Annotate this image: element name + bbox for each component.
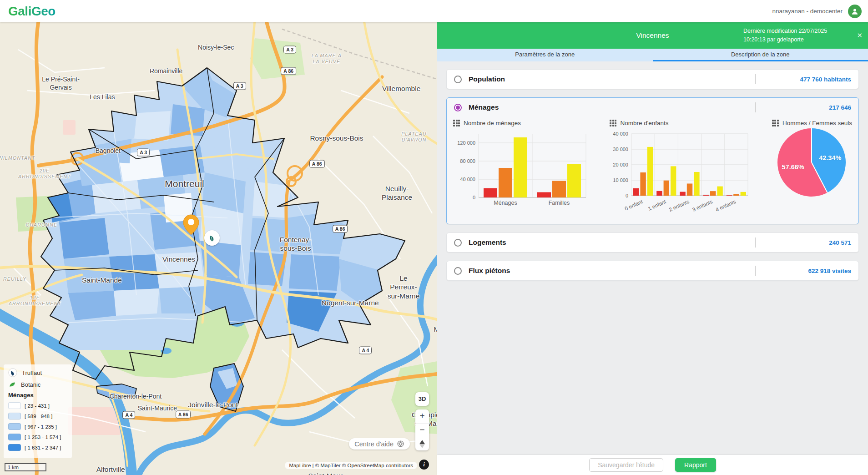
road-shield: A 3 [283,45,296,53]
road-shield: A 86 [281,67,296,75]
svg-text:0 enfant: 0 enfant [624,199,644,212]
svg-text:120 000: 120 000 [457,140,475,146]
svg-text:1 enfant: 1 enfant [647,199,667,212]
zone-panel: Vincennes Dernière modification 22/07/20… [437,22,868,475]
legend-swatch [8,444,21,451]
section-flux-pietons[interactable]: Flux piétons 622 918 visites [446,261,859,281]
legend-class-row: [ 967 - 1 235 ] [8,423,67,430]
legend-label: Truffaut [22,369,42,376]
chart-nombre-de-menages: Nombre de ménages 040 00080 000120 000Mé… [453,120,590,211]
road-shield: A 86 [309,160,325,168]
legend-item-botanic[interactable]: Botanic [8,380,67,389]
map-scale-bar: 1 km [5,463,46,471]
legend-class-row: [ 1 631 - 2 347 ] [8,444,67,451]
road-shield: A 3 [137,148,150,156]
svg-text:3 enfants: 3 enfants [691,199,713,212]
help-center-button[interactable]: Centre d'aide [349,438,410,450]
section-value: 477 760 habitants [760,76,851,83]
legend-item-truffaut[interactable]: Truffaut [8,368,67,377]
chart-hommes-femmes-seuls: Hommes / Femmes seuls 42.34%57.66% [772,120,852,197]
section-menages[interactable]: Ménages 217 646 Nombre de ménages 040 00… [446,97,859,224]
legend-group-title: Ménages [8,392,67,399]
botanic-icon [8,380,16,389]
truffaut-store-icon[interactable] [204,230,220,246]
menages-radio[interactable] [454,104,462,111]
zoom-in-button[interactable]: + [415,409,429,423]
location-pin-icon[interactable] [183,214,199,237]
legend-swatch [8,413,21,419]
legend-swatch [8,402,21,409]
attribution-info-icon[interactable]: i [419,460,429,470]
save-study-button[interactable]: Sauvegarder l'étude [589,458,663,472]
divider [755,238,756,248]
section-population[interactable]: Population 477 760 habitants [446,69,859,89]
svg-text:0: 0 [626,193,628,198]
pie-slice-label: 42.34% [819,154,841,162]
section-value: 622 918 visites [760,268,851,274]
logements-radio[interactable] [454,239,462,247]
svg-text:30 000: 30 000 [613,147,629,152]
svg-text:4 enfants: 4 enfants [715,199,737,212]
compass-north-icon [419,440,425,444]
galigeo-logo: GaliGeo [8,4,56,19]
population-radio[interactable] [454,76,462,83]
panel-footer: Sauvegarder l'étude Rapport [437,455,868,475]
road-shield: A 86 [176,410,191,418]
map-legend: Truffaut Botanic Ménages [ 23 - 431 ][ 5… [4,364,72,458]
road-shield: A 86 [333,225,348,232]
legend-class-row: [ 589 - 948 ] [8,413,67,419]
section-label: Flux piétons [469,267,510,275]
panel-header: Vincennes Dernière modification 22/07/20… [437,22,868,49]
legend-class-row: [ 1 253 - 1 574 ] [8,434,67,440]
user-avatar[interactable] [848,5,862,18]
map-canvas[interactable]: Noisy-le-SecLe Pré-Saint- GervaisRomainv… [0,22,437,475]
grid-icon[interactable] [453,120,460,126]
legend-class-row: [ 23 - 431 ] [8,402,67,409]
svg-text:20 000: 20 000 [613,162,629,167]
road-shield: A 3 [233,82,246,90]
section-value: 240 571 [760,239,851,246]
legend-swatch [8,423,21,430]
map-3d-button[interactable]: 3D [415,392,429,406]
svg-text:0: 0 [473,195,475,200]
divider [755,102,756,112]
legend-label: Botanic [21,381,40,388]
pie-slice-label: 57.66% [782,163,804,171]
compass-button[interactable] [415,437,429,450]
legend-swatch [8,434,21,440]
section-label: Ménages [469,103,499,111]
close-icon[interactable]: ✕ [857,31,863,40]
section-label: Population [469,75,505,83]
svg-text:Familles: Familles [549,200,570,206]
svg-text:Ménages: Ménages [494,200,517,206]
user-name: nnarayanan - democenter [772,8,843,15]
compass-south-icon [419,444,425,448]
grid-icon[interactable] [610,120,616,126]
person-icon [851,7,859,15]
panel-tabs: Paramètres de la zone Description de la … [437,49,868,61]
road-shield: A 4 [359,347,372,354]
flux-pietons-radio[interactable] [454,267,462,275]
map-attribution: MapLibre | © MapTiler © OpenStreetMap co… [285,462,417,469]
zoom-out-button[interactable]: − [415,423,429,437]
report-button[interactable]: Rapport [675,458,716,472]
help-center-label: Centre d'aide [354,440,394,448]
road-shield: A 4 [123,411,136,419]
svg-text:40 000: 40 000 [460,177,475,182]
divider [755,266,756,276]
lifebuoy-icon [397,440,404,448]
truffaut-icon [8,368,17,377]
grid-icon[interactable] [772,120,779,126]
svg-text:80 000: 80 000 [460,158,475,164]
map-zoom-controls: + − [415,409,429,450]
top-bar: GaliGeo nnarayanan - democenter [0,0,868,22]
section-logements[interactable]: Logements 240 571 [446,232,859,253]
section-label: Logements [469,238,506,247]
divider [755,74,756,84]
tab-description[interactable]: Description de la zone [653,49,868,61]
last-modified-text: Dernière modification 22/07/2025 10:20:1… [743,27,848,44]
section-value: 217 646 [760,104,851,111]
svg-text:10 000: 10 000 [613,177,629,183]
tab-parametres[interactable]: Paramètres de la zone [437,49,653,61]
panel-body: Population 477 760 habitants Ménages 217… [437,61,868,455]
